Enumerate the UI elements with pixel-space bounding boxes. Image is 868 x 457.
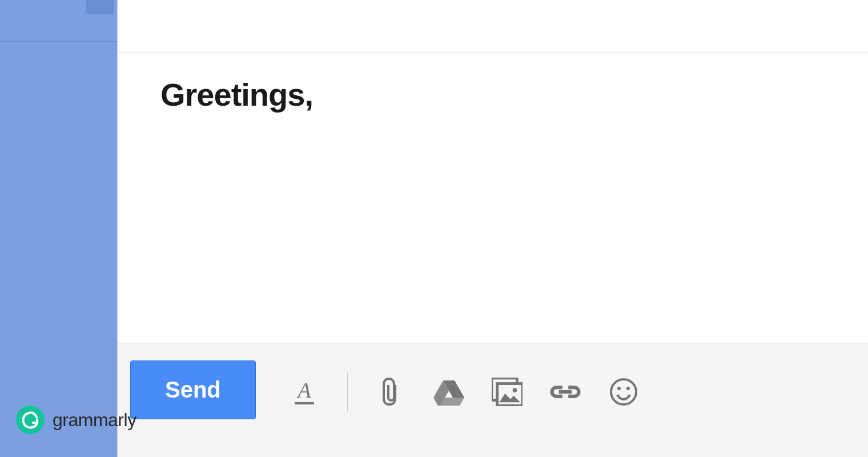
- attach-file-button[interactable]: [375, 376, 406, 407]
- email-body[interactable]: Greetings,: [117, 53, 868, 343]
- sidebar: [0, 0, 117, 457]
- svg-point-6: [611, 379, 636, 404]
- svg-text:A: A: [296, 378, 311, 402]
- compose-toolbar: Send A: [117, 343, 868, 457]
- recipients-bar[interactable]: [117, 0, 868, 53]
- svg-rect-1: [295, 402, 314, 404]
- insert-link-button[interactable]: [550, 376, 581, 407]
- drive-icon: [433, 378, 464, 406]
- sidebar-divider: [0, 41, 117, 42]
- toolbar-icons: A: [289, 372, 639, 412]
- paperclip-icon: [381, 377, 400, 407]
- link-icon: [550, 383, 581, 400]
- emoji-icon: [609, 378, 638, 406]
- svg-point-7: [617, 387, 621, 390]
- grammarly-label: grammarly: [53, 410, 136, 431]
- toolbar-divider: [347, 372, 348, 412]
- compose-area: Greetings, Send A: [117, 0, 868, 457]
- svg-point-4: [512, 388, 517, 392]
- body-text: Greetings,: [160, 76, 825, 113]
- insert-emoji-button[interactable]: [608, 376, 639, 407]
- svg-point-8: [626, 387, 630, 390]
- format-text-icon: A: [292, 378, 316, 406]
- grammarly-badge[interactable]: grammarly: [16, 406, 136, 434]
- image-icon: [492, 378, 523, 406]
- grammarly-logo-icon: [16, 406, 45, 434]
- send-button[interactable]: Send: [130, 360, 256, 419]
- format-text-button[interactable]: A: [289, 376, 320, 407]
- sidebar-tab: [86, 0, 114, 14]
- insert-image-button[interactable]: [492, 376, 523, 407]
- insert-drive-button[interactable]: [433, 376, 464, 407]
